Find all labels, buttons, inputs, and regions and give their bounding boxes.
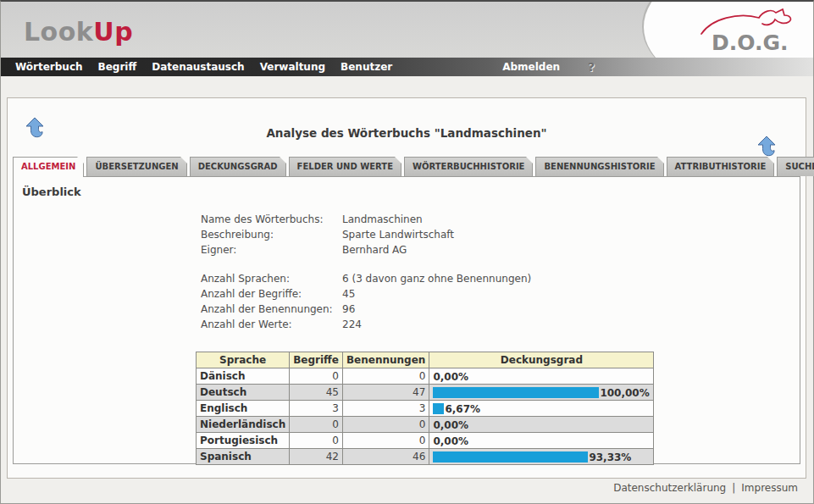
terms-cell: 3: [290, 401, 343, 417]
language-cell: Deutsch: [197, 385, 290, 401]
menu-item-begriff[interactable]: Begriff: [91, 61, 145, 73]
coverage-label: 93,33%: [589, 451, 631, 462]
field-value: Landmaschinen: [342, 212, 423, 227]
tab-suchlaeufe[interactable]: SUCHLÄUFE: [777, 157, 814, 176]
application-window: LookUp D.O.G. Wörterbuch Begriff Datenau…: [0, 0, 814, 504]
field-label: Beschreibung:: [201, 227, 342, 242]
logout-button[interactable]: Abmelden: [495, 61, 568, 73]
field-label: Anzahl der Werte:: [201, 317, 342, 332]
tab-allgemein[interactable]: ALLGEMEIN: [13, 157, 84, 177]
terms-cell: 0: [290, 417, 343, 433]
names-cell: 0: [342, 433, 429, 449]
field-label: Anzahl Sprachen:: [201, 271, 342, 286]
dog-logo-text: D.O.G.: [712, 30, 788, 55]
menu-item-verwaltung[interactable]: Verwaltung: [252, 61, 333, 73]
lookup-logo: LookUp: [24, 17, 133, 47]
names-cell: 0: [342, 417, 429, 433]
coverage-label: 0,00%: [433, 418, 468, 430]
column-header-begriffe: Begriffe: [290, 352, 343, 368]
help-icon[interactable]: ?: [588, 60, 595, 74]
tab-uebersetzungen[interactable]: ÜBERSETZUNGEN: [86, 157, 186, 176]
tab-benennungshistorie[interactable]: BENENNUNGSHISTORIE: [535, 157, 663, 176]
field-value: Bernhard AG: [342, 242, 407, 258]
main-menu-bar: Wörterbuch Begriff Datenaustausch Verwal…: [1, 58, 813, 76]
field-row: Anzahl der Begriffe: 45: [201, 286, 800, 302]
coverage-bar: [433, 403, 444, 414]
table-row: Spanisch 42 46 93,33%: [197, 449, 654, 465]
field-value: Sparte Landwirtschaft: [342, 227, 454, 242]
coverage-cell: 93,33%: [429, 449, 654, 465]
language-cell: Dänisch: [197, 368, 290, 385]
column-header-sprache: Sprache: [197, 352, 290, 368]
coverage-cell: 6,67%: [429, 401, 654, 417]
field-row: Beschreibung: Sparte Landwirtschaft: [201, 227, 800, 242]
tab-deckungsgrad[interactable]: DECKUNGSGRAD: [190, 157, 286, 176]
field-label: Name des Wörterbuchs:: [201, 212, 342, 227]
overview-fields: Name des Wörterbuchs: Landmaschinen Besc…: [201, 212, 800, 332]
field-row: Anzahl der Benennungen: 96: [201, 302, 800, 317]
content-box: Analyse des Wörterbuchs "Landmaschinen" …: [7, 97, 806, 479]
privacy-link[interactable]: Datenschutzerklärung: [613, 482, 726, 494]
tab-bar: ALLGEMEIN ÜBERSETZUNGEN DECKUNGSGRAD FEL…: [13, 157, 814, 176]
table-row: Deutsch 45 47 100,00%: [197, 385, 654, 401]
coverage-label: 100,00%: [600, 386, 649, 398]
table-row: Dänisch 0 0 0,00%: [197, 368, 654, 385]
column-header-deckungsgrad: Deckungsgrad: [429, 352, 654, 368]
header-banner: LookUp D.O.G.: [1, 2, 813, 58]
coverage-cell: 0,00%: [429, 417, 654, 433]
footer-links: Datenschutzerklärung|Impressum: [613, 482, 798, 494]
field-row: Anzahl Sprachen: 6 (3 davon ganz ohne Be…: [201, 271, 800, 286]
imprint-link[interactable]: Impressum: [741, 482, 798, 494]
language-cell: Niederländisch: [197, 417, 290, 433]
field-label: Anzahl der Benennungen:: [201, 302, 342, 317]
field-row: Anzahl der Werte: 224: [201, 317, 800, 332]
tab-content-panel: Überblick Name des Wörterbuchs: Landmasc…: [13, 176, 800, 464]
tab-woerterbuchhistorie[interactable]: WÖRTERBUCHHISTORIE: [404, 157, 533, 176]
terms-cell: 0: [290, 368, 343, 385]
table-header-row: Sprache Begriffe Benennungen Deckungsgra…: [197, 352, 654, 368]
coverage-cell: 100,00%: [429, 385, 654, 401]
field-value: 45: [342, 286, 355, 302]
menu-item-woerterbuch[interactable]: Wörterbuch: [1, 61, 91, 73]
language-coverage-table: Sprache Begriffe Benennungen Deckungsgra…: [196, 352, 654, 465]
field-row: Name des Wörterbuchs: Landmaschinen: [201, 212, 800, 227]
footer-separator: |: [732, 482, 735, 494]
coverage-bar: [433, 387, 599, 398]
field-row: Eigner: Bernhard AG: [201, 242, 800, 258]
menu-item-datenaustausch[interactable]: Datenaustausch: [144, 61, 252, 73]
names-cell: 0: [342, 368, 429, 385]
table-row: Englisch 3 3 6,67%: [197, 401, 654, 417]
language-cell: Englisch: [197, 401, 290, 417]
names-cell: 46: [342, 449, 429, 465]
coverage-label: 0,00%: [433, 370, 468, 382]
terms-cell: 0: [290, 433, 343, 449]
page-title: Analyse des Wörterbuchs "Landmaschinen": [8, 126, 806, 140]
back-up-arrow-icon-left[interactable]: [25, 117, 47, 140]
column-header-benennungen: Benennungen: [342, 352, 429, 368]
dog-company-logo: D.O.G.: [696, 5, 798, 56]
section-heading-ueberblick: Überblick: [22, 186, 800, 198]
field-label: Anzahl der Begriffe:: [201, 286, 342, 302]
table-row: Niederländisch 0 0 0,00%: [197, 417, 654, 433]
field-value: 224: [342, 317, 362, 332]
lookup-logo-up: Up: [93, 17, 133, 47]
field-value: 6 (3 davon ganz ohne Benennungen): [342, 271, 531, 286]
terms-cell: 45: [290, 385, 343, 401]
coverage-label: 0,00%: [433, 435, 468, 446]
coverage-label: 6,67%: [445, 402, 480, 414]
terms-cell: 42: [290, 449, 343, 465]
names-cell: 3: [342, 401, 429, 417]
coverage-cell: 0,00%: [429, 433, 654, 449]
language-cell: Spanisch: [197, 449, 290, 465]
lookup-logo-look: Look: [24, 17, 93, 47]
tab-felder-und-werte[interactable]: FELDER UND WERTE: [289, 157, 401, 176]
names-cell: 47: [342, 385, 429, 401]
menu-item-benutzer[interactable]: Benutzer: [333, 61, 400, 73]
coverage-bar: [433, 451, 588, 462]
language-cell: Portugiesisch: [197, 433, 290, 449]
tab-attributhistorie[interactable]: ATTRIBUTHISTORIE: [667, 157, 775, 176]
field-value: 96: [342, 302, 355, 317]
coverage-cell: 0,00%: [429, 368, 654, 385]
table-row: Portugiesisch 0 0 0,00%: [197, 433, 654, 449]
back-up-arrow-icon-right[interactable]: [756, 136, 778, 158]
